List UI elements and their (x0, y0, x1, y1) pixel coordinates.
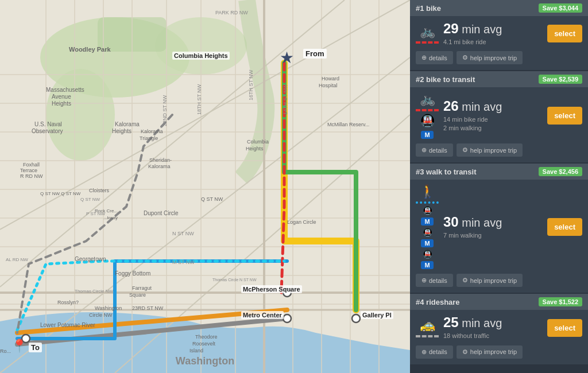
gallery-place-label: Gallery Pl (361, 311, 393, 319)
routes-panel: #1 bike Save $3,044 🚲 29 min avg 4.1 mi … (410, 0, 588, 373)
svg-text:Georgetown: Georgetown (75, 256, 106, 262)
svg-text:Heights: Heights (112, 128, 131, 134)
route-4-select-button[interactable]: select (547, 319, 582, 337)
svg-text:Triangle: Triangle (140, 135, 158, 141)
route-4-details-button[interactable]: ⊕ details (416, 345, 453, 359)
route-1-icon-col: 🚲 (416, 24, 439, 44)
route-3-body: 🚶 🚇 M 🚇 M 🚇 M 30 min avg 7 min walking s… (410, 180, 588, 274)
gray-dashed-line (416, 335, 439, 337)
svg-text:Foggy Bottom: Foggy Bottom (115, 270, 150, 277)
route-2-save-badge: Save $2,539 (539, 75, 582, 84)
svg-text:16TH ST NW: 16TH ST NW (248, 69, 254, 100)
route-1-desc: 4.1 mi bike ride (443, 38, 543, 46)
svg-text:14TH ST NW: 14TH ST NW (283, 84, 288, 115)
route-4-save-badge: Save $1,522 (539, 297, 582, 306)
svg-point-2 (46, 69, 115, 161)
plus-icon-4: ⊕ (421, 348, 427, 356)
svg-text:Square: Square (129, 292, 146, 298)
svg-text:Theodore: Theodore (195, 334, 218, 340)
svg-text:Foxhall: Foxhall (23, 162, 40, 168)
mcpherson-square-label: McPherson Square (241, 285, 302, 293)
svg-text:Howard: Howard (322, 76, 339, 81)
svg-text:Heights: Heights (52, 100, 71, 107)
bike-icon-2: 🚲 (420, 92, 435, 107)
route-1-details-button[interactable]: ⊕ details (416, 51, 453, 64)
route-2-select-button[interactable]: select (547, 107, 582, 125)
metro-icon-2: 🚇 (420, 114, 435, 129)
svg-text:Farragut: Farragut (132, 285, 152, 291)
svg-text:Q ST NW: Q ST NW (201, 196, 223, 202)
metro-badge-3c: M (421, 261, 433, 269)
metro-badge-3b: M (421, 239, 433, 247)
metro-icon-3b: 🚇 (423, 228, 432, 237)
route-3-desc: 7 min walking (443, 231, 543, 240)
red-dashed-line-2 (416, 109, 439, 111)
svg-text:Observatory: Observatory (32, 128, 63, 134)
route-4-body: 🚕 25 min avg 18 without traffic select (410, 310, 588, 345)
svg-text:Roosevelt: Roosevelt (192, 341, 216, 347)
to-label: To (29, 343, 42, 352)
route-1-title: #1 bike (416, 4, 441, 13)
route-3-save-badge: Save $2,456 (539, 167, 582, 176)
bike-icon: 🚲 (420, 24, 435, 39)
svg-text:...kway: ...kway (103, 215, 118, 220)
blue-dotted-line (416, 201, 439, 204)
svg-text:Thomas Circle N ST NW: Thomas Circle N ST NW (212, 278, 257, 282)
svg-point-34 (283, 314, 291, 323)
route-3-actions: ⊕ details ⚙ help improve trip (410, 274, 588, 293)
route-header-2: #2 bike to transit Save $2,539 (410, 71, 588, 87)
route-card-2: #2 bike to transit Save $2,539 🚲 🚇 M 26 … (410, 71, 588, 162)
svg-text:N ST NW: N ST NW (172, 231, 194, 236)
map-area: 16TH ST NW 14TH ST NW 18TH ST NW 22ND ST… (0, 0, 410, 373)
svg-text:Massachusetts: Massachusetts (46, 87, 84, 93)
svg-text:Terrace: Terrace (20, 168, 37, 173)
route-2-title: #2 bike to transit (416, 75, 475, 84)
route-4-desc: 18 without traffic (443, 332, 543, 340)
route-2-details-button[interactable]: ⊕ details (416, 143, 453, 157)
route-header-3: #3 walk to transit Save $2,456 (410, 164, 588, 180)
route-1-actions: ⊕ details ⚙ help improve trip (410, 51, 588, 70)
svg-text:Ro...: Ro... (0, 348, 11, 354)
svg-text:Island: Island (189, 348, 203, 353)
route-2-actions: ⊕ details ⚙ help improve trip (410, 143, 588, 162)
svg-text:Thomas Circle NW: Thomas Circle NW (75, 289, 114, 294)
route-1-select-button[interactable]: select (547, 25, 582, 42)
route-3-select-button[interactable]: select (547, 218, 582, 236)
route-3-improve-button[interactable]: ⚙ help improve trip (457, 274, 523, 287)
route-2-desc: 14 min bike ride2 min walking (443, 115, 543, 133)
svg-text:Circle NW: Circle NW (89, 312, 113, 318)
svg-text:Avenue: Avenue (52, 94, 71, 100)
svg-text:M ST NW: M ST NW (172, 259, 195, 265)
svg-text:Sheridan-: Sheridan- (149, 157, 172, 163)
route-1-improve-button[interactable]: ⚙ help improve trip (457, 51, 523, 64)
svg-text:Kalorama: Kalorama (141, 129, 163, 134)
route-3-title: #3 walk to transit (416, 168, 476, 176)
svg-text:18TH ST NW: 18TH ST NW (196, 84, 202, 115)
route-3-info: 30 min avg 7 min walking (443, 214, 543, 240)
route-3-time: 30 min avg (443, 214, 543, 230)
svg-text:Cloisters: Cloisters (89, 188, 110, 193)
route-card-3: #3 walk to transit Save $2,456 🚶 🚇 M 🚇 M… (410, 164, 588, 293)
route-2-time: 26 min avg (443, 98, 543, 114)
route-header-4: #4 rideshare Save $1,522 (410, 294, 588, 310)
route-card-4: #4 rideshare Save $1,522 🚕 25 min avg 18… (410, 294, 588, 364)
metro-icon-3a: 🚇 (423, 206, 432, 215)
columbia-heights-label: Columbia Heights (172, 52, 230, 60)
svg-text:R RD NW: R RD NW (20, 173, 43, 179)
svg-text:PARK RD NW: PARK RD NW (215, 10, 248, 15)
rideshare-icon: 🚕 (420, 318, 435, 333)
route-2-improve-button[interactable]: ⚙ help improve trip (457, 143, 523, 157)
svg-text:Washington: Washington (95, 305, 122, 311)
route-3-details-button[interactable]: ⊕ details (416, 274, 453, 287)
svg-text:Columbia: Columbia (247, 139, 269, 145)
route-4-icon-col: 🚕 (416, 318, 439, 337)
route-4-improve-button[interactable]: ⚙ help improve trip (457, 345, 523, 359)
gear-icon-4: ⚙ (462, 348, 468, 356)
svg-text:Logan Circle: Logan Circle (287, 219, 316, 225)
svg-text:Hospital: Hospital (319, 83, 338, 88)
svg-text:McMillan Reserv...: McMillan Reserv... (327, 122, 369, 127)
gear-icon-3: ⚙ (462, 277, 468, 284)
svg-text:Kalorama: Kalorama (115, 121, 140, 127)
plus-icon: ⊕ (421, 54, 427, 61)
svg-text:Kalorama: Kalorama (148, 164, 171, 169)
